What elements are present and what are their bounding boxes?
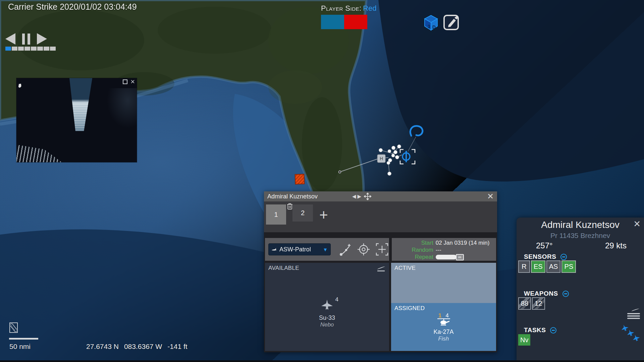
tab-label: 1 xyxy=(274,211,278,219)
mission-panel-titlebar[interactable]: Admiral Kuznetsov ◀ ▶ ✕ xyxy=(264,191,497,201)
map-scale-bar xyxy=(9,338,38,340)
repeat-infinity-badge[interactable]: ∞ xyxy=(456,254,464,260)
rewind-button[interactable] xyxy=(5,33,15,45)
start-label: Start xyxy=(409,240,433,246)
air-group-icon[interactable] xyxy=(621,324,641,345)
aircraft-count: 4 xyxy=(335,296,338,303)
camera-view-window[interactable]: × xyxy=(16,78,137,162)
weapons-label: WEAPONS xyxy=(524,290,558,297)
active-header: ACTIVE xyxy=(391,263,496,272)
blue-side-swatch[interactable] xyxy=(321,15,344,29)
tasks-label: TASKS xyxy=(524,326,546,334)
weapon-slot-88[interactable]: 88 xyxy=(518,297,531,310)
maximize-icon[interactable] xyxy=(123,79,127,84)
cursor-coordinates: 27.6743 N 083.6367 W -141 ft xyxy=(86,343,187,351)
task-badge-nv[interactable]: Nv xyxy=(518,334,530,346)
chevron-down-icon: ▼ xyxy=(323,247,328,252)
mission-schedule-box: Start 02 Jan 0319 (14 min) Random --- Re… xyxy=(392,238,496,261)
coord-lat: 27.6743 N xyxy=(86,343,119,351)
mission-tab-2[interactable]: 2 xyxy=(292,204,313,222)
helo-contact-badge[interactable]: H xyxy=(377,155,385,163)
pause-button[interactable] xyxy=(22,34,30,45)
coord-alt: -141 ft xyxy=(167,343,187,351)
aircraft-variant: Fish xyxy=(391,336,496,342)
fighter-icon xyxy=(320,299,334,312)
repeat-slider[interactable] xyxy=(436,255,457,259)
red-side-swatch[interactable] xyxy=(344,15,367,29)
sensor-toggle-es[interactable]: ES xyxy=(531,260,545,273)
assigned-aircraft-item[interactable]: 14 Ka-27A Fish xyxy=(391,312,496,342)
aircraft-variant: Nebo xyxy=(265,321,389,328)
unit-speed: 29 kts xyxy=(605,241,627,250)
route-endpoint[interactable] xyxy=(339,171,341,173)
mission-type-row: ASW-Patrol ▼ xyxy=(265,238,389,261)
aircraft-name: Ka-27A xyxy=(391,328,496,336)
repeat-label: Repeat xyxy=(409,254,433,260)
tab-label: 2 xyxy=(301,209,305,217)
unit-class: Pr 11435 Brezhnev xyxy=(517,232,644,240)
player-side-label: Player Side: xyxy=(321,4,362,12)
player-side-indicator: Player Side: Red xyxy=(321,4,376,29)
unit-heading: 257° xyxy=(536,241,553,250)
takeoff-icon[interactable] xyxy=(376,265,386,274)
prev-unit-icon[interactable]: ◀ xyxy=(352,193,356,199)
scenario-title: Carrier Strike 2020/01/02 03:04:49 xyxy=(8,2,137,12)
available-header: AVAILABLE xyxy=(265,263,389,272)
camera-overlay-glyph xyxy=(18,83,22,88)
weapon-slot-12[interactable]: 12 xyxy=(532,297,545,310)
add-mission-button[interactable]: + xyxy=(319,208,328,222)
edit-scenario-icon[interactable] xyxy=(443,13,460,32)
time-speed-bar[interactable] xyxy=(5,47,56,51)
random-label: Random xyxy=(409,247,433,253)
aircraft-icon xyxy=(271,247,277,252)
assigned-section[interactable]: ASSIGNED 14 Ka-27A Fish xyxy=(391,303,496,351)
play-button[interactable] xyxy=(37,33,47,45)
map-scale-label: 50 nmi xyxy=(9,343,31,351)
active-section[interactable]: ACTIVE xyxy=(391,263,496,303)
camera-deck xyxy=(107,88,137,128)
player-side-value: Red xyxy=(363,4,376,12)
unit-info-panel: ✕ Admiral Kuznetsov Pr 11435 Brezhnev 25… xyxy=(517,218,644,362)
close-icon[interactable]: ✕ xyxy=(487,192,494,201)
mission-type-dropdown[interactable]: ASW-Patrol ▼ xyxy=(268,243,331,255)
ruler-icon xyxy=(10,323,17,332)
edit-waypoints-icon[interactable] xyxy=(339,242,352,257)
sensor-toggle-r[interactable]: R xyxy=(518,260,530,273)
svg-text:H: H xyxy=(380,156,383,161)
delete-mission-icon[interactable] xyxy=(287,203,293,211)
mission-panel-title: Admiral Kuznetsov xyxy=(267,193,318,200)
helicopter-icon xyxy=(436,318,451,326)
aircraft-name: Su-33 xyxy=(265,314,389,321)
unit-name: Admiral Kuznetsov xyxy=(517,220,644,230)
next-unit-icon[interactable]: ▶ xyxy=(358,193,362,199)
random-value: --- xyxy=(436,247,490,253)
available-section: AVAILABLE 4 Su-33 Nebo xyxy=(265,263,389,351)
sensor-toggle-as[interactable]: AS xyxy=(546,260,561,273)
mission-type-value: ASW-Patrol xyxy=(279,246,320,253)
close-icon[interactable]: × xyxy=(130,79,135,84)
target-area-icon[interactable] xyxy=(357,242,371,257)
coord-lon: 083.6367 W xyxy=(124,343,162,351)
start-value: 02 Jan 0319 (14 min) xyxy=(436,240,490,246)
mission-editor-panel: Admiral Kuznetsov ◀ ▶ ✕ 1 xyxy=(264,191,497,352)
zoom-to-area-icon[interactable] xyxy=(375,242,389,257)
collapse-weapons-icon[interactable] xyxy=(562,291,569,297)
collapse-sensors-icon[interactable] xyxy=(560,254,567,260)
air-operations-icon[interactable] xyxy=(627,307,641,321)
svg-text:D: D xyxy=(432,24,436,30)
sensor-toggle-ps[interactable]: PS xyxy=(561,260,576,273)
bottom-edge xyxy=(0,360,644,362)
pan-to-unit-icon[interactable] xyxy=(364,193,371,200)
camera-bow-wake xyxy=(16,139,67,162)
collapse-tasks-icon[interactable] xyxy=(550,327,556,334)
measure-tool-button[interactable] xyxy=(9,322,18,333)
playback-controls xyxy=(5,33,56,51)
mission-tabstrip: 1 2 + xyxy=(264,201,497,232)
3d-view-icon[interactable]: 3 D xyxy=(424,15,438,32)
svg-text:3: 3 xyxy=(428,24,430,29)
available-aircraft-item[interactable]: 4 Su-33 Nebo xyxy=(265,299,389,328)
assigned-header: ASSIGNED xyxy=(391,303,496,312)
sensors-label: SENSORS xyxy=(524,253,556,260)
hostile-marker-icon[interactable] xyxy=(295,174,305,184)
mission-tab-1[interactable]: 1 xyxy=(266,204,286,225)
